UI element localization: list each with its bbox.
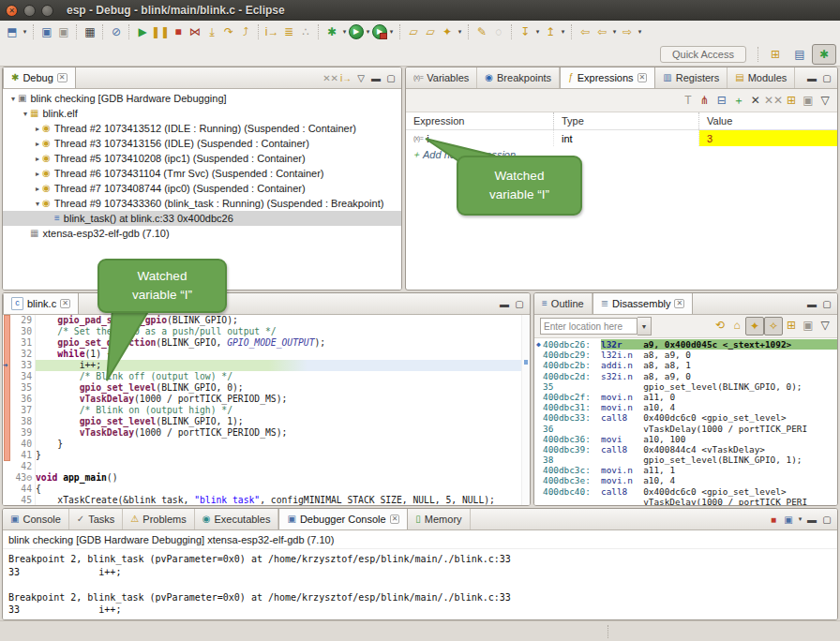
- back-icon[interactable]: ⇦: [593, 23, 610, 40]
- use-step-filters-icon[interactable]: ∴: [297, 23, 314, 40]
- collapse-all-icon[interactable]: ⊟: [713, 92, 730, 109]
- expressions-tab-variables[interactable]: (x)=Variables: [406, 67, 477, 88]
- debug-tree-row[interactable]: ▸◉Thread #5 1073410208 (ipc1) (Suspended…: [3, 151, 401, 166]
- disassembly-line[interactable]: 35 gpio_set_level(BLINK_GPIO, 0);: [534, 381, 837, 392]
- remove-all-terminated-icon[interactable]: ✕✕: [322, 70, 338, 85]
- view-menu-icon[interactable]: ▽: [817, 92, 833, 109]
- disassembly-line[interactable]: vTaskDelay(1000 / portTICK_PERI: [534, 497, 837, 505]
- expressions-tab-breakpoints[interactable]: ◉Breakpoints: [477, 67, 560, 88]
- go-home-icon[interactable]: ⌂: [728, 317, 745, 334]
- quick-access-button[interactable]: Quick Access: [660, 46, 746, 63]
- last-edit-location-icon[interactable]: ⇦: [577, 23, 593, 40]
- editor-overview-ruler[interactable]: [521, 315, 530, 506]
- expand-arrow-icon[interactable]: ▸: [33, 155, 42, 163]
- debug-tree-row[interactable]: ▦xtensa-esp32-elf-gdb (7.10): [3, 226, 401, 241]
- code-line[interactable]: gpio_set_level(BLINK_GPIO, 0);: [36, 382, 521, 394]
- console-output[interactable]: Breakpoint 2, blink_task (pvParameter=0x…: [3, 549, 837, 619]
- disassembly-line[interactable]: 400dbc33:call8 0x400dc6c0 <gpio_set_leve…: [534, 412, 837, 423]
- code-line[interactable]: }: [36, 439, 521, 450]
- debug-tree-row[interactable]: ▸◉Thread #2 1073413512 (IDLE : Running) …: [3, 121, 401, 136]
- remove-all-expressions-icon[interactable]: ✕✕: [764, 92, 783, 109]
- disassembly-line[interactable]: 400dbc2b:addi.n a8, a8, 1: [534, 360, 837, 370]
- debug-tree-row[interactable]: ▾◉Thread #9 1073433360 (blink_task : Run…: [3, 196, 401, 211]
- debug-tree-row[interactable]: ▾▣blink checking [GDB Hardware Debugging…: [3, 91, 401, 106]
- console-tab-problems[interactable]: ⚠Problems: [123, 509, 194, 529]
- maximize-icon[interactable]: ▢: [383, 70, 398, 85]
- console-tab-console[interactable]: ▣Console: [3, 509, 69, 529]
- step-over-icon[interactable]: ↷: [220, 23, 237, 40]
- expressions-tab-registers[interactable]: ▥Registers: [655, 67, 728, 88]
- expressions-table-header[interactable]: Expression Type Value: [406, 112, 837, 130]
- disassembly-line[interactable]: 400dbc2d:s32i.n a8, a9, 0: [534, 371, 837, 381]
- expand-arrow-icon[interactable]: ▾: [33, 200, 42, 208]
- open-project-folder-icon[interactable]: ▱: [405, 23, 422, 40]
- resume-icon[interactable]: ▶: [134, 23, 151, 40]
- disassembly-line[interactable]: 400dbc31:movi.n a10, 4: [534, 402, 837, 412]
- code-editor[interactable]: ➜ 293031323334353637383940414243⊖4445 gp…: [3, 315, 530, 506]
- code-line[interactable]: vTaskDelay(1000 / portTICK_PERIOD_MS);: [36, 394, 521, 405]
- new-wizard-menu-arrow[interactable]: ▾: [21, 28, 29, 36]
- debug-tree-row[interactable]: ≡blink_task() at blink.c:33 0x400dbc26: [3, 211, 401, 226]
- debug-tree-row[interactable]: ▸◉Thread #3 1073413156 (IDLE) (Suspended…: [3, 136, 401, 151]
- expand-arrow-icon[interactable]: ▸: [33, 185, 42, 193]
- open-file-folder-icon[interactable]: ▱: [422, 23, 439, 40]
- expand-arrow-icon[interactable]: ▸: [33, 125, 42, 133]
- debug-launch-menu-arrow[interactable]: ▾: [340, 28, 349, 36]
- step-into-icon[interactable]: ⤓: [203, 23, 220, 40]
- expand-arrow-icon[interactable]: ▸: [33, 170, 42, 178]
- minimize-icon[interactable]: ▬: [368, 70, 383, 85]
- debug-tab-debug[interactable]: ✱Debug✕: [3, 67, 76, 88]
- view-menu-icon[interactable]: ▽: [353, 70, 368, 85]
- debug-perspective-button[interactable]: ✱: [812, 44, 836, 65]
- console-tab-tasks[interactable]: ✓Tasks: [69, 509, 124, 529]
- console-tab-debugger-console[interactable]: ▣Debugger Console✕: [278, 509, 408, 529]
- debug-tree-row[interactable]: ▸◉Thread #6 1073431104 (Tmr Svc) (Suspen…: [3, 166, 401, 181]
- disassembly-tab-outline[interactable]: ≡Outline: [534, 293, 592, 314]
- show-logical-structures-icon[interactable]: ⋔: [697, 92, 713, 109]
- run-launch-icon[interactable]: ▶: [349, 24, 364, 39]
- cpp-perspective-button[interactable]: ▤: [788, 44, 812, 65]
- launch-config-menu-arrow[interactable]: ▾: [456, 28, 464, 36]
- window-maximize-button[interactable]: [41, 5, 53, 17]
- window-minimize-button[interactable]: [23, 5, 36, 17]
- sync-with-active-context-icon[interactable]: ✧: [764, 317, 783, 335]
- column-type[interactable]: Type: [554, 112, 699, 129]
- code-line[interactable]: xTaskCreate(&blink_task, "blink_task", c…: [36, 495, 521, 506]
- tab-close-icon[interactable]: ✕: [57, 73, 68, 82]
- minimize-icon[interactable]: ▬: [804, 296, 819, 311]
- code-line[interactable]: /* Blink on (output high) */: [36, 405, 521, 416]
- column-value[interactable]: Value: [699, 112, 837, 129]
- next-annotation-menu-arrow[interactable]: ▾: [533, 28, 542, 36]
- format-brush-icon[interactable]: ✎: [473, 23, 490, 40]
- disassembly-listing[interactable]: ◆400dbc26:l32r a9, 0x400d045c <_stext+10…: [534, 338, 837, 505]
- console-tab-memory[interactable]: ▯Memory: [408, 509, 470, 529]
- maximize-icon[interactable]: ▢: [819, 70, 834, 85]
- new-wizard-icon[interactable]: ⬒: [4, 23, 21, 40]
- disassembly-line[interactable]: 400dbc3c:movi.n a11, 1: [534, 465, 837, 475]
- view-menu-icon[interactable]: ▽: [817, 317, 833, 334]
- pin-view-icon[interactable]: ▣: [800, 317, 817, 334]
- disassembly-line[interactable]: 400dbc39:call8 0x400844c4 <vTaskDelay>: [534, 444, 837, 455]
- open-perspective-button[interactable]: ⊞: [763, 44, 788, 65]
- skip-all-breakpoints-icon[interactable]: ⊘: [108, 23, 125, 40]
- mark-occurrences-icon[interactable]: ◌: [490, 23, 507, 40]
- run-launch-menu-arrow[interactable]: ▾: [364, 28, 372, 36]
- minimize-icon[interactable]: ▬: [804, 70, 819, 85]
- code-line[interactable]: }: [36, 450, 521, 461]
- disassembly-line[interactable]: 36 vTaskDelay(1000 / portTICK_PERI: [534, 424, 837, 434]
- minimize-icon[interactable]: ▬: [804, 512, 819, 527]
- forward-menu-arrow[interactable]: ▾: [636, 28, 644, 36]
- show-source-icon[interactable]: ✦: [745, 317, 764, 335]
- tab-close-icon[interactable]: ✕: [60, 299, 70, 308]
- maximize-icon[interactable]: ▢: [819, 512, 834, 527]
- build-all-icon[interactable]: ▦: [82, 23, 98, 40]
- code-line[interactable]: vTaskDelay(1000 / portTICK_PERIOD_MS);: [36, 427, 521, 439]
- console-tab-executables[interactable]: ◉Executables: [195, 509, 279, 529]
- save-all-icon[interactable]: ▣: [55, 23, 72, 40]
- save-icon[interactable]: ▣: [38, 23, 55, 40]
- tab-close-icon[interactable]: ✕: [674, 299, 684, 308]
- new-view-icon[interactable]: ⊞: [783, 92, 800, 109]
- show-step-filters-icon[interactable]: ≣: [280, 23, 297, 40]
- expand-arrow-icon[interactable]: ▸: [33, 140, 42, 148]
- suspend-icon[interactable]: ❚❚: [151, 23, 170, 40]
